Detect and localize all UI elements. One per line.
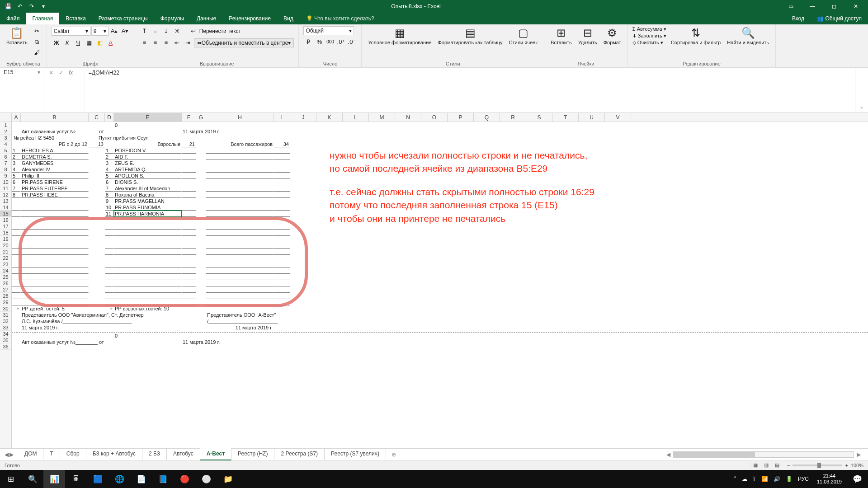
increase-font-icon[interactable]: A▴ — [109, 26, 119, 36]
border-icon[interactable]: ▦ — [84, 38, 94, 48]
minimize-icon[interactable]: — — [802, 0, 823, 13]
cut-icon[interactable]: ✂ — [32, 26, 42, 36]
tab-insert[interactable]: Вставка — [59, 13, 92, 24]
sheet-tab-3[interactable]: БЗ кор + Автобус — [86, 448, 142, 460]
align-middle-icon[interactable]: ≡ — [151, 26, 160, 36]
tab-view[interactable]: Вид — [277, 13, 300, 24]
align-right-icon[interactable]: ≡ — [161, 38, 171, 48]
task-yandex-icon[interactable]: ⚪ — [195, 470, 217, 488]
tray-cloud-icon[interactable]: ☁ — [742, 476, 747, 482]
new-sheet-icon[interactable]: ⊕ — [386, 451, 401, 458]
align-left-icon[interactable]: ≡ — [140, 38, 150, 48]
row-19[interactable]: 19 — [0, 236, 11, 242]
enter-formula-icon[interactable]: ✓ — [59, 70, 63, 76]
font-size[interactable]: 9▾ — [91, 27, 108, 36]
row-26[interactable]: 26 — [0, 280, 11, 286]
row-31[interactable]: 31 — [0, 312, 11, 318]
sheet-tab-8[interactable]: 2 Реестра (S7) — [274, 448, 325, 460]
row-25[interactable]: 25 — [0, 274, 11, 280]
tell-me[interactable]: 💡 Что вы хотите сделать? — [300, 15, 381, 22]
view-switcher[interactable]: ▦▥▤ — [750, 462, 783, 468]
wrap-text-button[interactable]: ↩ — [189, 26, 198, 36]
row-1[interactable]: 1 — [0, 122, 11, 128]
fx-icon[interactable]: fx — [69, 70, 73, 76]
col-D[interactable]: D — [105, 113, 114, 122]
row-18[interactable]: 18 — [0, 230, 11, 236]
row-27[interactable]: 27 — [0, 286, 11, 293]
signin-link[interactable]: Вход — [786, 15, 811, 22]
search-icon[interactable]: 🔍 — [22, 470, 43, 488]
currency-icon[interactable]: ₽ — [303, 37, 313, 47]
row-8[interactable]: 8 — [0, 166, 11, 173]
sheet-tab-2[interactable]: Сбор — [60, 448, 86, 460]
col-B[interactable]: B — [21, 113, 89, 122]
row-23[interactable]: 23 — [0, 261, 11, 267]
col-R[interactable]: R — [500, 113, 526, 122]
inc-decimal-icon[interactable]: .0⁺ — [336, 37, 346, 47]
format-table-button[interactable]: ▤Форматировать как таблицу — [436, 26, 504, 46]
row-7[interactable]: 7 — [0, 160, 11, 166]
sheet-tab-0[interactable]: ДОМ — [18, 448, 43, 460]
row-2[interactable]: 2 — [0, 128, 11, 135]
share-button[interactable]: 👥 Общий доступ — [811, 15, 868, 22]
zoom-level[interactable]: 100% — [851, 463, 863, 468]
row-36[interactable]: 36 — [0, 343, 11, 350]
undo-icon[interactable]: ↶ — [15, 3, 24, 9]
tray-lang[interactable]: РУС — [798, 476, 809, 482]
row-35[interactable]: 35 — [0, 337, 11, 343]
row-10[interactable]: 10 — [0, 179, 11, 185]
cancel-formula-icon[interactable]: ✕ — [49, 70, 53, 76]
row-22[interactable]: 22 — [0, 255, 11, 261]
copy-icon[interactable]: ⧉ — [32, 37, 42, 47]
row-20[interactable]: 20 — [0, 242, 11, 249]
col-A[interactable]: A — [12, 113, 21, 122]
italic-button[interactable]: К — [62, 38, 72, 48]
row-11[interactable]: 11 — [0, 185, 11, 192]
sort-filter-button[interactable]: ⇅Сортировка и фильтр — [669, 26, 722, 46]
row-29[interactable]: 29 — [0, 299, 11, 305]
spreadsheet-grid[interactable]: A B C D E F G H I J K L M N O P Q R S T … — [0, 113, 868, 448]
thousands-icon[interactable]: 000 — [325, 37, 335, 47]
col-O[interactable]: O — [421, 113, 448, 122]
row-33[interactable]: 33 — [0, 324, 11, 331]
col-C[interactable]: C — [89, 113, 105, 122]
row-13[interactable]: 13 — [0, 198, 11, 204]
bold-button[interactable]: Ж — [52, 38, 61, 48]
align-bottom-icon[interactable]: ⤓ — [161, 26, 171, 36]
task-explorer-icon[interactable]: 📁 — [217, 470, 239, 488]
row-6[interactable]: 6 — [0, 154, 11, 160]
row-34[interactable]: 34 — [0, 331, 11, 337]
delete-cells-button[interactable]: ⊟Удалить — [576, 26, 599, 46]
fill-color-icon[interactable]: ◧ — [95, 38, 105, 48]
decrease-font-icon[interactable]: A▾ — [120, 26, 130, 36]
col-T[interactable]: T — [552, 113, 579, 122]
zoom-out-icon[interactable]: − — [787, 463, 790, 468]
autosum-button[interactable]: Σ Автосумма ▾ — [632, 26, 666, 32]
col-I[interactable]: I — [274, 113, 290, 122]
paste-button[interactable]: 📋Вставить — [5, 26, 29, 46]
sheet-tab-5[interactable]: Автобус — [167, 448, 200, 460]
align-center-icon[interactable]: ≡ — [151, 38, 160, 48]
row-15[interactable]: 15 — [0, 211, 11, 217]
row-21[interactable]: 21 — [0, 249, 11, 255]
col-E[interactable]: E — [114, 113, 182, 122]
col-K[interactable]: K — [316, 113, 343, 122]
col-P[interactable]: P — [448, 113, 474, 122]
row-16[interactable]: 16 — [0, 217, 11, 223]
zoom-in-icon[interactable]: + — [845, 463, 848, 468]
font-name[interactable]: Calibri▾ — [52, 27, 90, 36]
col-S[interactable]: S — [526, 113, 552, 122]
tab-formulas[interactable]: Формулы — [154, 13, 190, 24]
cond-format-button[interactable]: ▦Условное форматирование — [366, 26, 433, 46]
clear-button[interactable]: ◇ Очистить ▾ — [632, 40, 666, 46]
indent-inc-icon[interactable]: ⇥ — [183, 38, 193, 48]
maximize-icon[interactable]: ◻ — [824, 0, 844, 13]
row-28[interactable]: 28 — [0, 293, 11, 299]
row-headers[interactable]: 1234567891011121314151617181920212223242… — [0, 122, 12, 448]
col-L[interactable]: L — [343, 113, 369, 122]
qat-dropdown-icon[interactable]: ▾ — [39, 3, 48, 9]
ribbon-display-icon[interactable]: ▭ — [780, 0, 801, 13]
dec-decimal-icon[interactable]: .0⁻ — [347, 37, 357, 47]
zoom-slider[interactable] — [793, 465, 842, 466]
tray-up-icon[interactable]: ˄ — [734, 476, 736, 482]
